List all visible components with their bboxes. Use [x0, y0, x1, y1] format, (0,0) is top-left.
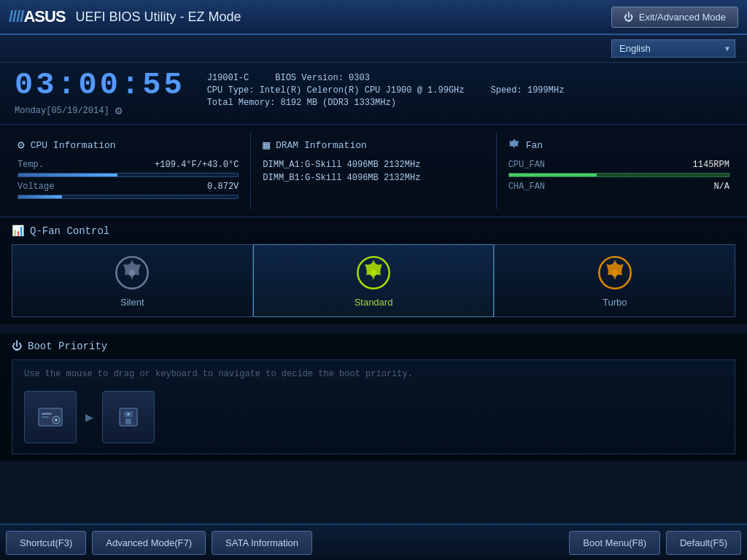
qfan-icon: 📊 [12, 225, 24, 237]
fan-mode-standard[interactable]: Standard [253, 244, 495, 317]
cpu-fan-fill [509, 174, 597, 176]
dram-icon: ▦ [263, 138, 270, 152]
svg-rect-10 [42, 413, 52, 415]
asus-logo: ////ASUS [9, 7, 66, 26]
dimm-b1-row: DIMM_B1:G-Skill 4096MB 2132MHz [263, 173, 484, 183]
cha-fan-row: CHA_FAN N/A [508, 182, 729, 192]
cpu-icon: ⚙ [18, 138, 25, 152]
standard-fan-icon [355, 254, 392, 291]
model-bios-line: J1900I-C BIOS Version: 0303 [207, 73, 565, 83]
info-panels-row: ⚙ CPU Information Temp. +109.4°F/+43.0°C… [0, 125, 747, 217]
qfan-section: 📊 Q-Fan Control Silent Standard [0, 217, 747, 324]
voltage-progress-bar [18, 195, 239, 199]
cpu-fan-row: CPU_FAN 1145RPM [508, 160, 729, 170]
language-dropdown[interactable]: English 中文 日本語 한국어 Deutsch Français [611, 39, 735, 58]
fan-info-panel: Fan CPU_FAN 1145RPM CHA_FAN N/A [497, 132, 741, 209]
svg-rect-14 [125, 419, 131, 424]
cpu-fan-bar [508, 173, 729, 177]
hdd-drive-icon [36, 402, 65, 432]
silent-fan-icon [114, 254, 150, 291]
usb-drive-icon [114, 402, 143, 432]
temp-row: Temp. +109.4°F/+43.0°C [18, 160, 239, 170]
fan-mode-silent[interactable]: Silent [12, 244, 253, 317]
dram-panel-title: ▦ DRAM Information [263, 138, 484, 152]
svg-rect-11 [42, 416, 49, 418]
boot-box: Use the mouse to drag or keyboard to nav… [12, 359, 735, 454]
bottom-bar: Shortcut(F3) Advanced Mode(F7) SATA Info… [0, 524, 747, 560]
fan-mode-turbo[interactable]: Turbo [494, 244, 735, 317]
temp-progress-bar [18, 173, 239, 177]
boot-devices-list: ▶ [24, 391, 723, 443]
header: ////ASUS UEFI BIOS Utility - EZ Mode ⏻ E… [0, 0, 747, 35]
language-bar: English 中文 日本語 한국어 Deutsch Français [0, 35, 747, 63]
memory-line: Total Memory: 8192 MB (DDR3 1333MHz) [207, 98, 565, 108]
settings-icon[interactable]: ⚙ [115, 104, 123, 118]
cpu-info-panel: ⚙ CPU Information Temp. +109.4°F/+43.0°C… [6, 132, 251, 209]
boot-menu-button[interactable]: Boot Menu(F8) [569, 531, 660, 555]
dimm-a1-row: DIMM_A1:G-Skill 4096MB 2132MHz [263, 160, 484, 170]
dram-info-panel: ▦ DRAM Information DIMM_A1:G-Skill 4096M… [251, 132, 496, 209]
advanced-mode-button[interactable]: Advanced Mode(F7) [92, 531, 206, 555]
exit-icon: ⏻ [624, 12, 633, 23]
fan-panel-icon [508, 138, 520, 152]
time-display: 03:00:55 [15, 70, 185, 101]
exit-button[interactable]: ⏻ Exit/Advanced Mode [611, 7, 738, 28]
svg-point-9 [55, 419, 58, 421]
qfan-title: 📊 Q-Fan Control [12, 225, 735, 237]
sata-info-button[interactable]: SATA Information [212, 531, 312, 555]
boot-arrow-icon: ▶ [85, 409, 93, 425]
voltage-progress-fill [18, 195, 62, 198]
info-bar: 03:00:55 Monday[05/19/2014] ⚙ J1900I-C B… [0, 63, 747, 125]
boot-device-usb[interactable] [102, 391, 155, 443]
language-selector-wrapper: English 中文 日本語 한국어 Deutsch Français [611, 39, 735, 58]
cpu-panel-title: ⚙ CPU Information [18, 138, 239, 152]
temp-progress-fill [18, 174, 117, 176]
default-button[interactable]: Default(F5) [666, 531, 741, 555]
boot-hint: Use the mouse to drag or keyboard to nav… [24, 369, 723, 379]
fan-modes-container: Silent Standard Turbo [12, 244, 735, 317]
voltage-row: Voltage 0.872V [18, 182, 239, 192]
boot-priority-section: ⏻ Boot Priority Use the mouse to drag or… [0, 333, 747, 462]
header-title: UEFI BIOS Utility - EZ Mode [76, 9, 611, 25]
svg-point-15 [127, 413, 130, 416]
shortcut-button[interactable]: Shortcut(F3) [6, 531, 86, 555]
boot-icon: ⏻ [12, 341, 22, 352]
turbo-fan-icon [597, 254, 633, 291]
boot-device-hdd[interactable] [24, 391, 77, 443]
boot-title: ⏻ Boot Priority [12, 341, 735, 352]
fan-panel-title: Fan [508, 138, 729, 152]
date-display: Monday[05/19/2014] [15, 106, 109, 116]
cpu-info-line: CPU Type: Intel(R) Celeron(R) CPU J1900 … [207, 85, 565, 96]
